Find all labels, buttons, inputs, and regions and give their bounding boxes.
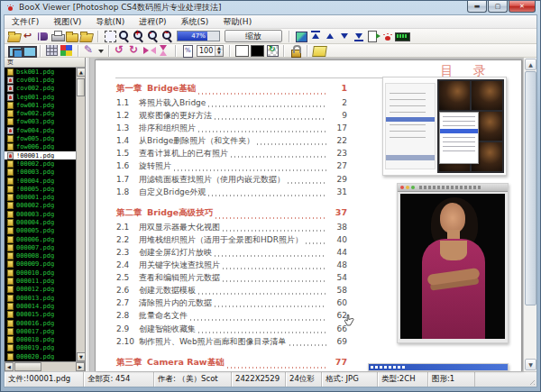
file-row[interactable]: 000004.pdg: [5, 218, 76, 226]
foreground-color-swatch[interactable]: [235, 45, 249, 57]
transparency-icon[interactable]: [265, 44, 280, 57]
scroll-down-icon[interactable]: ▼: [525, 359, 536, 370]
file-row[interactable]: 000020.pdg: [5, 352, 76, 360]
paw-icon[interactable]: [381, 30, 395, 42]
file-row[interactable]: 000002.pdg: [5, 202, 76, 210]
menu-item[interactable]: 进程(P): [132, 16, 173, 28]
book-icon[interactable]: [36, 30, 50, 42]
file-row[interactable]: !00004.pdg: [5, 177, 76, 185]
page-file-icon: [7, 160, 14, 168]
sidebar-hscrollbar-thumb[interactable]: [14, 362, 41, 371]
scroll-down-icon[interactable]: ▼: [77, 352, 86, 361]
file-row[interactable]: fow005.pdg: [5, 134, 76, 142]
zoom-button[interactable]: 缩放: [225, 30, 282, 42]
file-row[interactable]: !00003.pdg: [5, 169, 76, 177]
main-scrollbar-thumb[interactable]: [525, 71, 536, 305]
open-file-icon[interactable]: [7, 30, 22, 42]
goto-page-icon[interactable]: [366, 30, 381, 42]
file-row[interactable]: 000016.pdg: [5, 319, 76, 327]
menu-item[interactable]: 文件(F): [5, 16, 46, 28]
page-list-header[interactable]: 页: [5, 58, 85, 68]
file-row[interactable]: 000012.pdg: [5, 286, 76, 294]
flip-horizontal-icon[interactable]: [142, 44, 157, 57]
file-row[interactable]: 000006.pdg: [5, 235, 76, 243]
scroll-left-icon[interactable]: ◀: [5, 362, 14, 371]
file-row[interactable]: !00002.pdg: [5, 160, 76, 168]
resize-grip[interactable]: [475, 372, 536, 387]
fit-page-icon[interactable]: [294, 30, 308, 42]
file-row[interactable]: fow006.pdg: [5, 143, 76, 151]
file-name: fow003.pdg: [16, 118, 54, 125]
menu-item[interactable]: 帮助(H): [215, 16, 259, 28]
file-row[interactable]: 000003.pdg: [5, 210, 76, 218]
folder-icon[interactable]: [65, 30, 79, 42]
file-row[interactable]: 000010.pdg: [5, 269, 76, 277]
file-row[interactable]: leg001.pdg: [5, 93, 76, 101]
menu-item[interactable]: 系统(S): [174, 16, 216, 28]
title-bar[interactable]: BooX Viewer [Photoshop CS4数码照片专业处理技法] ▬ …: [4, 1, 537, 14]
stepper-down-icon[interactable]: ▼: [215, 50, 223, 56]
pen-tool-icon[interactable]: [83, 44, 97, 57]
maximize-button[interactable]: ▢: [488, 1, 508, 13]
sidebar-vertical-scrollbar[interactable]: ▲ ▼: [76, 68, 85, 361]
file-row[interactable]: !00005.pdg: [5, 185, 76, 193]
main-vertical-scrollbar[interactable]: ▲ ▼: [523, 58, 536, 371]
folder-browse-icon[interactable]: [79, 30, 94, 42]
file-row[interactable]: 000018.pdg: [5, 336, 76, 344]
close-button[interactable]: ✕: [509, 1, 536, 13]
rotate-right-icon[interactable]: [128, 44, 142, 57]
file-row[interactable]: 000005.pdg: [5, 227, 76, 235]
sidebar-scrollbar-thumb[interactable]: [77, 78, 85, 96]
page-scale-icon[interactable]: [180, 44, 195, 57]
file-row[interactable]: !00001.pdg: [5, 151, 76, 160]
file-row[interactable]: cov001.pdg: [5, 76, 76, 84]
last-page-icon[interactable]: [352, 30, 366, 42]
page-scale-stepper[interactable]: 100 ▲▼: [197, 45, 224, 57]
file-row[interactable]: cov002.pdg: [5, 85, 76, 93]
rotate-left-icon[interactable]: [114, 44, 128, 57]
scroll-right-icon[interactable]: ▶: [76, 362, 85, 371]
file-row[interactable]: 000014.pdg: [5, 302, 76, 310]
zoom-in-icon[interactable]: +: [132, 30, 146, 42]
zoom-dynamic-icon[interactable]: ~: [160, 30, 175, 42]
file-row[interactable]: 000011.pdg: [5, 277, 76, 285]
zoom-out-icon[interactable]: -: [146, 30, 160, 42]
file-row[interactable]: fow001.pdg: [5, 101, 76, 109]
file-row[interactable]: 000019.pdg: [5, 344, 76, 352]
background-color-swatch[interactable]: [251, 45, 264, 57]
file-row[interactable]: fow004.pdg: [5, 126, 76, 134]
menu-item[interactable]: 导航(N): [88, 16, 132, 28]
file-row[interactable]: 000007.pdg: [5, 243, 76, 251]
lock-icon[interactable]: [289, 44, 303, 57]
sidebar-horizontal-scrollbar[interactable]: ◀ ▶: [5, 361, 85, 371]
file-row[interactable]: 000015.pdg: [5, 311, 76, 319]
color-panel-icon[interactable]: [60, 44, 74, 57]
close-file-icon[interactable]: [22, 30, 36, 42]
next-page-icon[interactable]: [337, 30, 352, 42]
zoom-select-icon[interactable]: [103, 30, 117, 42]
file-row[interactable]: 000009.pdg: [5, 260, 76, 269]
single-page-view-icon[interactable]: [22, 44, 36, 57]
scroll-up-icon[interactable]: ▲: [77, 68, 86, 77]
thumbnail-view-icon[interactable]: [45, 44, 60, 57]
pen-dropdown-icon[interactable]: [97, 44, 105, 57]
file-row[interactable]: 000013.pdg: [5, 294, 76, 302]
page-scale-value[interactable]: 100: [197, 46, 215, 56]
file-row[interactable]: bsk001.pdg: [5, 68, 76, 76]
file-row[interactable]: 000017.pdg: [5, 327, 76, 335]
toc-entry-title: 从Bridge删除照片（和文件夹）: [139, 135, 254, 147]
file-row[interactable]: fow003.pdg: [5, 118, 76, 126]
flip-vertical-icon[interactable]: [157, 44, 171, 57]
note-icon[interactable]: [312, 44, 326, 57]
minimize-button[interactable]: ▬: [467, 1, 487, 13]
file-row[interactable]: 000001.pdg: [5, 193, 76, 201]
file-row[interactable]: fow002.pdg: [5, 109, 76, 117]
scroll-up-icon[interactable]: ▲: [525, 59, 536, 70]
print-icon[interactable]: [50, 30, 65, 42]
menu-item[interactable]: 视图(V): [46, 16, 88, 28]
two-page-view-icon[interactable]: [7, 44, 22, 57]
previous-page-icon[interactable]: [323, 30, 337, 42]
file-row[interactable]: 000008.pdg: [5, 252, 76, 260]
first-page-icon[interactable]: [308, 30, 323, 42]
magnifier-icon[interactable]: [117, 30, 132, 42]
